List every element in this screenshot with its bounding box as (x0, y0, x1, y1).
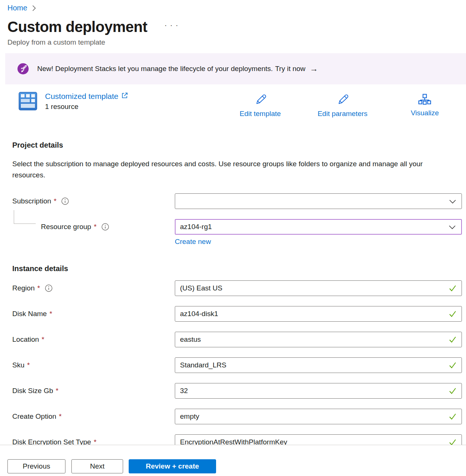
sku-row: Sku * Standard_LRS (12, 357, 462, 373)
project-details-heading: Project details (12, 141, 466, 149)
org-chart-icon (418, 93, 431, 107)
pencil-icon (254, 93, 267, 107)
sku-label: Sku (12, 361, 25, 369)
banner-try-it-now-link[interactable]: Try it now (275, 65, 306, 73)
resource-group-value: az104-rg1 (180, 223, 212, 231)
valid-check-icon (449, 284, 457, 292)
create-option-input[interactable]: empty (175, 409, 462, 424)
breadcrumb: Home (0, 0, 466, 12)
required-asterisk: * (56, 387, 58, 395)
info-icon[interactable] (45, 284, 52, 292)
info-icon[interactable] (61, 197, 69, 205)
wizard-footer: Previous Next Review + create (0, 445, 466, 476)
page-title: Custom deployment (7, 18, 147, 35)
template-toolbar: Edit template Edit parameters Visualize (219, 93, 466, 118)
valid-check-icon (449, 361, 457, 369)
chevron-right-icon (31, 4, 37, 12)
subscription-row: Subscription * (12, 193, 462, 209)
breadcrumb-home-link[interactable]: Home (7, 4, 27, 12)
more-options-ellipsis-icon[interactable]: ··· (164, 20, 181, 29)
edit-template-button[interactable]: Edit template (219, 93, 301, 118)
valid-check-icon (449, 335, 457, 344)
disk-name-label: Disk Name (12, 310, 47, 318)
create-option-value: empty (180, 412, 199, 421)
disk-size-row: Disk Size Gb * 32 (12, 383, 462, 399)
create-option-row: Create Option * empty (12, 409, 462, 424)
arrow-right-icon[interactable]: → (310, 65, 318, 73)
visualize-button[interactable]: Visualize (384, 93, 466, 118)
subscription-dropdown[interactable] (175, 193, 462, 209)
valid-check-icon (449, 387, 457, 395)
resource-group-dropdown[interactable]: az104-rg1 (175, 219, 462, 235)
custom-deployment-page: Home Custom deployment ··· Deploy from a… (0, 0, 466, 476)
resource-count: 1 resource (45, 103, 128, 111)
create-option-label: Create Option (12, 412, 56, 421)
rocket-icon (17, 63, 29, 74)
previous-button[interactable]: Previous (7, 459, 65, 473)
resource-group-row: Resource group * az104-rg1 (12, 219, 462, 235)
template-icon (19, 92, 37, 112)
required-asterisk: * (49, 310, 52, 318)
required-asterisk: * (27, 361, 30, 369)
required-asterisk: * (59, 412, 61, 421)
page-subtitle: Deploy from a custom template (0, 38, 466, 46)
region-input[interactable]: (US) East US (175, 280, 462, 296)
title-row: Custom deployment ··· (0, 18, 466, 35)
region-value: (US) East US (180, 284, 222, 292)
template-card: Customized template 1 resource (19, 92, 128, 112)
region-label: Region (12, 284, 35, 292)
deployment-stacks-banner[interactable]: New! Deployment Stacks let you manage th… (5, 53, 466, 84)
disk-size-input[interactable]: 32 (175, 383, 462, 399)
project-details-description: Select the subscription to manage deploy… (12, 158, 440, 181)
location-input[interactable]: eastus (175, 332, 462, 347)
template-band: Customized template 1 resource Edit temp… (0, 92, 466, 119)
customized-template-link[interactable]: Customized template (45, 92, 128, 101)
location-value: eastus (180, 335, 201, 344)
next-button[interactable]: Next (71, 459, 123, 473)
resource-group-label: Resource group (41, 223, 91, 231)
external-link-icon (121, 92, 128, 101)
valid-check-icon (449, 310, 457, 318)
required-asterisk: * (37, 284, 40, 292)
disk-size-value: 32 (180, 387, 188, 395)
required-asterisk: * (42, 335, 44, 344)
subscription-resource-group-connector (14, 210, 36, 224)
sku-value: Standard_LRS (180, 361, 226, 369)
location-row: Location * eastus (12, 332, 462, 347)
create-new-link[interactable]: Create new (175, 238, 211, 245)
project-details-form: Subscription * Resource group * (0, 193, 466, 450)
required-asterisk: * (94, 223, 96, 231)
disk-name-row: Disk Name * az104-disk1 (12, 306, 462, 322)
chevron-down-icon (448, 223, 456, 230)
edit-parameters-button[interactable]: Edit parameters (301, 93, 383, 118)
review-create-button[interactable]: Review + create (129, 459, 216, 473)
disk-name-input[interactable]: az104-disk1 (175, 306, 462, 322)
location-label: Location (12, 335, 39, 344)
subscription-label: Subscription (12, 197, 51, 205)
sku-input[interactable]: Standard_LRS (175, 357, 462, 373)
disk-name-value: az104-disk1 (180, 310, 218, 318)
chevron-down-icon (449, 198, 457, 205)
disk-size-label: Disk Size Gb (12, 387, 53, 395)
banner-message: New! Deployment Stacks let you manage th… (37, 65, 273, 73)
instance-details-heading: Instance details (12, 264, 466, 273)
region-row: Region * (US) East US (12, 280, 462, 296)
info-icon[interactable] (102, 223, 109, 231)
valid-check-icon (449, 412, 457, 421)
pencil-icon (336, 93, 349, 107)
required-asterisk: * (54, 197, 57, 205)
